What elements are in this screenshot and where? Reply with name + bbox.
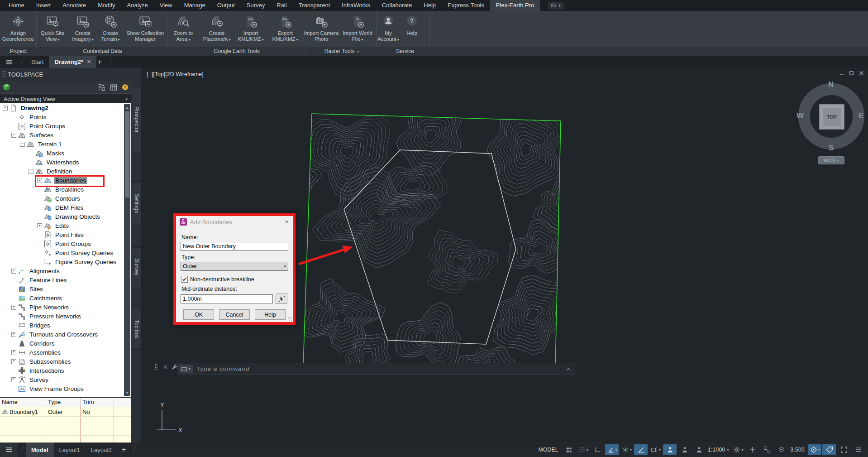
tab-toolbox[interactable]: Toolbox xyxy=(132,309,142,350)
tree-item[interactable]: + Turnouts and Crossovers xyxy=(0,330,131,339)
tree-item[interactable]: + Alignments xyxy=(0,266,131,275)
tree-expander[interactable]: + xyxy=(11,377,16,382)
tree-item[interactable]: View Frame Groups xyxy=(0,384,131,393)
viewcube-west[interactable]: W xyxy=(796,111,804,120)
ribbon-button[interactable]: Quick Site View▾ xyxy=(36,11,69,47)
ortho-icon[interactable] xyxy=(591,444,604,455)
customize-menu-icon[interactable] xyxy=(851,444,865,455)
elevation-value[interactable]: 3.500 xyxy=(789,444,807,455)
command-options-button[interactable]: ▾ xyxy=(179,365,193,373)
close-icon[interactable]: ✕ xyxy=(87,59,91,65)
table-header-cell[interactable]: Name xyxy=(0,398,46,407)
tree-item[interactable]: Catchments xyxy=(0,293,131,303)
menu-item[interactable]: Help xyxy=(418,0,442,11)
ribbon-group-label[interactable]: Raster Tools▾ xyxy=(305,47,378,56)
file-tab[interactable]: Drawing2* ✕ xyxy=(49,56,96,68)
drag-grip[interactable] xyxy=(1,71,6,78)
tree-item[interactable]: Masks xyxy=(0,149,131,158)
tree-item[interactable]: Bridges xyxy=(0,321,131,330)
tree-item[interactable]: Contours xyxy=(0,194,131,203)
dynamic-input-icon[interactable]: ▾ xyxy=(649,444,662,455)
menu-item[interactable]: InfraWorks xyxy=(336,0,376,11)
tab-survey[interactable]: Survey xyxy=(132,247,142,287)
toolbar-overflow-button[interactable]: ▾ xyxy=(548,2,563,10)
tree-item[interactable]: − Terrain 1 xyxy=(0,140,131,149)
pick-in-drawing-button[interactable] xyxy=(276,293,287,304)
tree-item[interactable]: Point Groups xyxy=(0,121,131,130)
tree-item[interactable]: Points xyxy=(0,112,131,121)
non-destructive-breakline-checkbox[interactable] xyxy=(181,276,188,283)
snap-icon[interactable]: ▾ xyxy=(576,444,590,455)
tree-expander[interactable]: + xyxy=(11,359,16,364)
tree-scrollbar[interactable]: ▲ ▼ xyxy=(124,104,130,396)
scroll-up-icon[interactable]: ▲ xyxy=(124,104,130,111)
name-field[interactable] xyxy=(181,242,288,251)
isometric-drafting-icon[interactable]: ▾ xyxy=(620,444,633,455)
tree-item[interactable]: − Definition xyxy=(0,167,131,176)
layout-menu-button[interactable] xyxy=(0,443,18,457)
tree-expander[interactable]: + xyxy=(11,305,16,310)
dialog-titlebar[interactable]: CC3D Add Boundaries ✕ xyxy=(176,216,293,228)
minimize-icon[interactable] xyxy=(839,70,844,76)
menu-item[interactable]: Home xyxy=(3,0,30,11)
new-layout-button[interactable]: + xyxy=(117,446,130,454)
help-icon[interactable]: ? xyxy=(122,84,129,91)
table-header-cell[interactable]: Type xyxy=(46,398,81,407)
ribbon-button[interactable]: Assign Georeference xyxy=(0,11,36,47)
layout-tab[interactable]: Model xyxy=(26,443,54,457)
tree-item[interactable]: Pressure Networks xyxy=(0,312,131,321)
menu-item[interactable]: Annotate xyxy=(57,0,92,11)
annotation-monitor-icon[interactable] xyxy=(822,444,836,455)
tree-item[interactable]: + Survey xyxy=(0,375,131,384)
toolspace-titlebar[interactable]: TOOLSPACE xyxy=(0,68,131,81)
menu-item[interactable]: Rail xyxy=(271,0,292,11)
tree-expander[interactable]: − xyxy=(11,133,16,138)
menu-item[interactable]: Collaborate xyxy=(376,0,418,11)
close-icon[interactable]: ✕ xyxy=(285,219,289,225)
isolate-objects-icon[interactable]: ▾ xyxy=(808,444,821,455)
menu-item[interactable]: Modify xyxy=(92,0,121,11)
tree-item[interactable]: Drawing Objects xyxy=(0,212,131,221)
layout-tab[interactable]: Layout1 xyxy=(54,443,86,457)
table-row[interactable]: Boundary1 Outer No xyxy=(0,407,131,417)
tree-item[interactable]: Sites xyxy=(0,284,131,293)
viewcube-top-face[interactable]: TOP xyxy=(819,104,844,130)
tree-item[interactable]: − Surfaces xyxy=(0,130,131,140)
annotation-visibility-icon[interactable] xyxy=(663,444,677,455)
tree-expander[interactable]: + xyxy=(11,269,16,274)
file-tab-menu-button[interactable] xyxy=(0,56,18,68)
type-select[interactable]: Outer▾ xyxy=(181,262,288,271)
ribbon-button[interactable]: W Import World File▾ xyxy=(340,11,375,47)
tree-item[interactable]: + Assemblies xyxy=(0,348,131,357)
tree-item[interactable]: − Drawing2 xyxy=(0,103,131,112)
command-history-button[interactable] xyxy=(566,367,571,371)
tab-prospector[interactable]: Prospector xyxy=(132,86,142,153)
ribbon-button[interactable]: Create Terrain▾ xyxy=(97,11,124,47)
model-space-button[interactable]: MODEL xyxy=(537,444,561,455)
tree-item[interactable]: Figure Survey Queries xyxy=(0,257,131,266)
tree-expander[interactable]: − xyxy=(20,142,25,147)
ribbon-button[interactable]: Create Imagery▾ xyxy=(69,11,97,47)
tree-item[interactable]: ▪ Edits xyxy=(0,221,131,230)
restore-icon[interactable] xyxy=(849,70,854,76)
tree-item[interactable]: Point Files xyxy=(0,230,131,239)
osnap-tracking-icon[interactable] xyxy=(634,444,648,455)
grid-icon[interactable] xyxy=(562,444,575,455)
tree-expander[interactable]: + xyxy=(11,332,16,337)
ribbon-button[interactable]: KML Export KML/KMZ▾ xyxy=(268,11,302,47)
menu-item[interactable]: Express Tools xyxy=(442,0,490,11)
ok-button[interactable]: OK xyxy=(183,309,214,320)
file-tab[interactable]: Start xyxy=(26,56,49,68)
table-row-empty[interactable] xyxy=(0,417,131,426)
customization-gear-icon[interactable]: ▾ xyxy=(731,444,744,455)
menu-item[interactable]: Analyze xyxy=(121,0,154,11)
menu-item[interactable]: Transparent xyxy=(293,0,336,11)
drag-grip-icon[interactable] xyxy=(153,364,159,370)
close-icon[interactable] xyxy=(163,365,168,370)
viewport-controls[interactable]: [−][Top][2D Wireframe] xyxy=(147,71,203,77)
layers-icon[interactable] xyxy=(774,444,788,455)
checkbox-label[interactable]: Non-destructive breakline xyxy=(190,276,254,283)
tree-expander[interactable]: − xyxy=(29,169,33,174)
ribbon-button[interactable]: Import Camera Photo xyxy=(302,11,340,47)
tree-expander[interactable]: ▪ xyxy=(37,223,42,228)
